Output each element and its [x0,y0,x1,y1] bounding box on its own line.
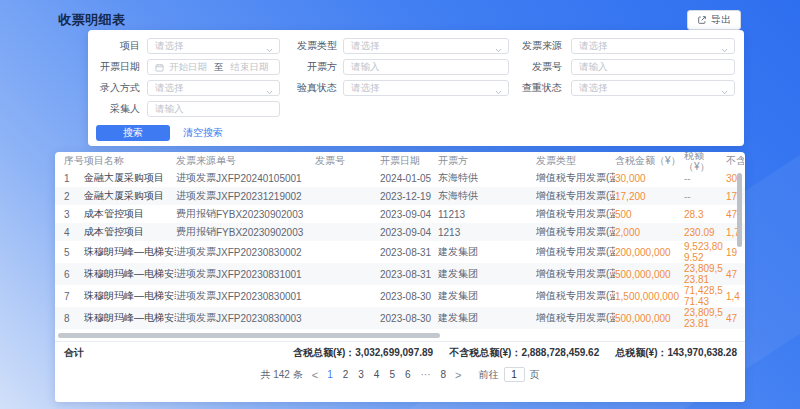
table-header-row: 序号项目名称发票来源单号发票号开票日期开票方发票类型含税金额（¥）税额（¥）不含… [55,152,745,169]
title-bar: 收票明细表 导出 [58,9,741,30]
table-cell: 7 [64,291,84,302]
total-tax: 总税额(¥)：143,970,638.28 [615,346,737,360]
table-body: 1金融大厦采购项目进项发票JXFP202401050012024-01-05东海… [55,169,745,329]
verify-status-select[interactable]: 请选择 [343,80,509,96]
table-cell: 费用报销 [176,207,216,221]
header-cell: 发票号 [315,154,380,168]
table-cell: 2023-12-19 [380,191,438,202]
invoice-source-label: 发票来源 [515,39,562,53]
invoice-date-label: 开票日期 [88,60,140,74]
page-number[interactable]: 3 [358,369,364,380]
chevron-down-icon [721,86,728,96]
table-cell: 增值税专用发票(蓝) [536,207,615,221]
table-cell: 增值税专用发票(蓝) [536,171,615,185]
table-cell: JXFP20230830003 [216,313,315,324]
entry-method-label: 录入方式 [88,81,140,95]
invoice-source-select[interactable]: 请选择 [571,38,735,54]
table-cell: 2023-09-04 [380,209,438,220]
table-cell: 增值税专用发票(蓝) [536,311,615,325]
page-number[interactable]: 1 [327,369,333,380]
search-button[interactable]: 搜索 [96,125,170,141]
table-cell: -- [684,173,726,184]
table-row: 3成本管控项目费用报销FYBX202309020032023-09-041121… [55,205,745,223]
table-cell: 47 [726,269,744,280]
page-number[interactable]: 2 [343,369,349,380]
table-cell: 费用报销 [176,225,216,239]
issuer-label: 开票方 [290,60,337,74]
page-number[interactable]: 8 [441,369,447,380]
table-cell: 进项发票 [176,289,216,303]
total-without-tax: 不含税总额(¥)：2,888,728,459.62 [449,346,599,360]
table-row: 1金融大厦采购项目进项发票JXFP202401050012024-01-05东海… [55,169,745,187]
header-cell: 单号 [216,154,315,168]
table-cell: FYBX20230902003 [216,209,315,220]
chevron-down-icon [495,86,502,96]
entry-method-select[interactable]: 请选择 [147,80,280,96]
table-cell: 1 [64,173,84,184]
clear-search-link[interactable]: 清空搜索 [183,126,223,140]
goto-page-input[interactable] [504,367,525,382]
table-cell: FYBX20230902003 [216,227,315,238]
invoice-no-input[interactable]: 请输入 [571,59,735,75]
invoice-type-select[interactable]: 请选择 [343,38,509,54]
table-cell: 23,809,523.81 [684,263,726,285]
table-cell: 2 [64,191,84,202]
table-cell: 进项发票 [176,311,216,325]
goto-label: 前往 [479,368,499,382]
table-cell: 28.3 [684,209,726,220]
table-cell: 增值税专用发票(蓝) [536,225,615,239]
chevron-down-icon [266,86,273,96]
table-cell: 珠穆朗玛峰—电梯安装 [84,311,176,325]
collector-input[interactable]: 请输入 [147,101,280,117]
export-icon [697,15,707,25]
table-cell: 珠穆朗玛峰—电梯安装 [84,289,176,303]
header-cell: 税额（¥） [684,152,726,172]
table-cell: 17,200 [615,191,684,202]
table-cell: JXFP20231219002 [216,191,315,202]
page-title: 收票明细表 [58,11,126,29]
table-row: 6珠穆朗玛峰—电梯安装进项发票JXFP202308310012023-08-31… [55,263,745,285]
table-cell: 23,809,523.81 [684,307,726,329]
table-cell: 19 [726,247,744,258]
export-button[interactable]: 导出 [687,10,741,30]
table-cell: 增值税专用发票(蓝) [536,245,615,259]
table-cell: 东海特供 [438,189,536,203]
table-cell: 2024-01-05 [380,173,438,184]
prev-page-button[interactable]: < [310,369,320,381]
vertical-scrollbar-thumb[interactable] [737,173,742,247]
table-cell: 500 [615,209,684,220]
summary-row: 合计 含税总额(¥)：3,032,699,097.89 不含税总额(¥)：2,8… [55,341,745,364]
page-number[interactable]: 4 [374,369,380,380]
table-cell: 2023-08-30 [380,313,438,324]
table-cell: JXFP20230831001 [216,269,315,280]
dup-status-label: 查重状态 [515,81,562,95]
table-cell: 9,523,809.52 [684,241,726,263]
table-cell: 成本管控项目 [84,207,176,221]
page-number[interactable]: 5 [389,369,395,380]
chevron-down-icon [721,44,728,54]
page-ellipsis: ··· [421,369,431,380]
summary-totals: 含税总额(¥)：3,032,699,097.89 不含税总额(¥)：2,888,… [293,346,737,360]
table-cell: 230.09 [684,227,726,238]
table-cell: 71,428,571.43 [684,285,726,307]
table-cell: 建发集团 [438,245,536,259]
invoice-type-label: 发票类型 [290,39,337,53]
header-cell: 开票日期 [380,154,438,168]
pagination-total: 共 142 条 [260,368,302,382]
page-number[interactable]: 6 [405,369,411,380]
goto-unit: 页 [530,368,540,382]
next-page-button[interactable]: > [453,369,463,381]
table-cell: 200,000,000 [615,247,684,258]
table-cell: 珠穆朗玛峰—电梯安装 [84,245,176,259]
table-cell: -- [684,191,726,202]
verify-status-label: 验真状态 [290,81,337,95]
issuer-input[interactable]: 请输入 [343,59,509,75]
horizontal-scrollbar-thumb[interactable] [58,333,440,338]
date-separator: 至 [214,61,224,74]
table-cell: 2,000 [615,227,684,238]
invoice-date-range-input[interactable]: 开始日期 至 结束日期 [147,59,280,75]
horizontal-scrollbar [55,329,745,341]
project-select[interactable]: 请选择 [147,38,280,54]
dup-status-select[interactable]: 请选择 [571,80,735,96]
table-cell: 2023-08-31 [380,247,438,258]
